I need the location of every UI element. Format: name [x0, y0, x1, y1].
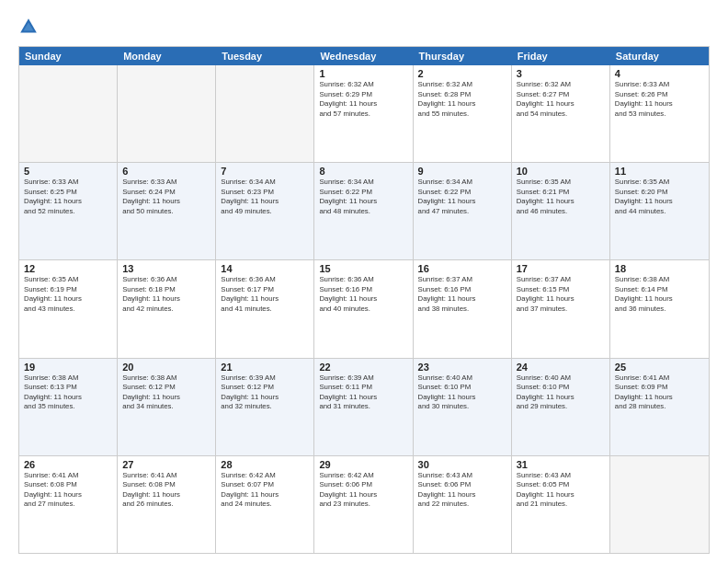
calendar-cell: 26Sunrise: 6:41 AMSunset: 6:08 PMDayligh…: [19, 456, 118, 553]
calendar-cell: [610, 456, 709, 553]
cell-text: Sunset: 6:26 PM: [615, 90, 704, 100]
calendar-cell: 4Sunrise: 6:33 AMSunset: 6:26 PMDaylight…: [610, 65, 709, 162]
calendar-cell: 19Sunrise: 6:38 AMSunset: 6:13 PMDayligh…: [19, 359, 118, 455]
day-number: 10: [517, 166, 605, 177]
cell-text: Sunset: 6:27 PM: [517, 90, 605, 100]
cell-text: and 35 minutes.: [24, 402, 112, 412]
calendar-cell: 15Sunrise: 6:36 AMSunset: 6:16 PMDayligh…: [314, 260, 413, 357]
cell-text: Sunrise: 6:33 AM: [122, 178, 210, 188]
day-number: 18: [615, 263, 704, 274]
logo: [18, 17, 42, 37]
cell-text: Daylight: 11 hours: [517, 99, 605, 109]
cell-text: Daylight: 11 hours: [122, 294, 210, 304]
cell-text: Sunset: 6:29 PM: [319, 90, 407, 100]
cell-text: Daylight: 11 hours: [418, 197, 506, 207]
cell-text: Sunset: 6:19 PM: [24, 285, 112, 295]
cell-text: Sunrise: 6:37 AM: [418, 275, 506, 285]
calendar-cell: 6Sunrise: 6:33 AMSunset: 6:24 PMDaylight…: [118, 163, 216, 259]
cell-text: and 21 minutes.: [517, 500, 605, 510]
cell-text: Daylight: 11 hours: [24, 490, 112, 500]
day-number: 24: [517, 362, 605, 373]
cell-text: Sunset: 6:08 PM: [122, 480, 210, 490]
cell-text: Daylight: 11 hours: [418, 490, 506, 500]
logo-icon: [18, 17, 39, 37]
calendar-cell: 12Sunrise: 6:35 AMSunset: 6:19 PMDayligh…: [19, 260, 118, 357]
cell-text: and 47 minutes.: [418, 207, 506, 217]
calendar-cell: 18Sunrise: 6:38 AMSunset: 6:14 PMDayligh…: [610, 260, 709, 357]
cell-text: Sunset: 6:22 PM: [319, 188, 407, 198]
cell-text: Sunrise: 6:43 AM: [418, 471, 506, 481]
cell-text: Sunrise: 6:34 AM: [221, 178, 309, 188]
cell-text: Sunrise: 6:34 AM: [418, 178, 506, 188]
cell-text: and 44 minutes.: [615, 207, 704, 217]
day-number: 28: [221, 459, 309, 470]
day-number: 4: [615, 68, 704, 79]
calendar-cell: 7Sunrise: 6:34 AMSunset: 6:23 PMDaylight…: [216, 163, 314, 259]
cell-text: Sunrise: 6:32 AM: [418, 80, 506, 90]
cell-text: Daylight: 11 hours: [24, 197, 112, 207]
cell-text: Daylight: 11 hours: [221, 197, 309, 207]
day-number: 13: [122, 263, 210, 274]
calendar-cell: 24Sunrise: 6:40 AMSunset: 6:10 PMDayligh…: [512, 359, 610, 455]
day-number: 8: [319, 166, 407, 177]
cell-text: Sunrise: 6:38 AM: [615, 275, 704, 285]
cell-text: Sunrise: 6:41 AM: [122, 471, 210, 481]
cell-text: Sunset: 6:23 PM: [221, 188, 309, 198]
calendar-cell: [19, 65, 118, 162]
cell-text: Daylight: 11 hours: [418, 393, 506, 403]
cell-text: Daylight: 11 hours: [319, 197, 407, 207]
cell-text: and 42 minutes.: [122, 304, 210, 315]
cell-text: Daylight: 11 hours: [615, 294, 704, 304]
cell-text: and 50 minutes.: [122, 207, 210, 217]
calendar-cell: 14Sunrise: 6:36 AMSunset: 6:17 PMDayligh…: [216, 260, 314, 357]
calendar-row: 12Sunrise: 6:35 AMSunset: 6:19 PMDayligh…: [19, 260, 709, 358]
calendar-cell: 30Sunrise: 6:43 AMSunset: 6:06 PMDayligh…: [414, 456, 512, 553]
cell-text: Sunrise: 6:43 AM: [517, 471, 605, 481]
cell-text: Sunrise: 6:37 AM: [517, 275, 605, 285]
cell-text: Daylight: 11 hours: [319, 99, 407, 109]
cell-text: Sunrise: 6:35 AM: [24, 275, 112, 285]
cell-text: Sunrise: 6:39 AM: [221, 373, 309, 384]
cell-text: Sunset: 6:07 PM: [221, 480, 309, 490]
day-number: 20: [122, 362, 210, 373]
cell-text: and 23 minutes.: [319, 500, 407, 510]
cell-text: Sunrise: 6:32 AM: [319, 80, 407, 90]
day-number: 31: [517, 459, 605, 470]
cell-text: Sunrise: 6:40 AM: [418, 373, 506, 384]
calendar-cell: [216, 65, 314, 162]
cell-text: Sunrise: 6:36 AM: [221, 275, 309, 285]
cell-text: and 57 minutes.: [319, 109, 407, 120]
day-number: 9: [418, 166, 506, 177]
calendar-cell: 22Sunrise: 6:39 AMSunset: 6:11 PMDayligh…: [314, 359, 413, 455]
weekday-header: Friday: [512, 47, 610, 65]
cell-text: Sunset: 6:10 PM: [517, 383, 605, 393]
day-number: 6: [122, 166, 210, 177]
calendar-cell: 1Sunrise: 6:32 AMSunset: 6:29 PMDaylight…: [314, 65, 413, 162]
cell-text: and 22 minutes.: [418, 500, 506, 510]
day-number: 23: [418, 362, 506, 373]
cell-text: and 54 minutes.: [517, 109, 605, 120]
calendar-cell: 20Sunrise: 6:38 AMSunset: 6:12 PMDayligh…: [118, 359, 216, 455]
calendar-cell: 23Sunrise: 6:40 AMSunset: 6:10 PMDayligh…: [414, 359, 512, 455]
cell-text: Sunset: 6:10 PM: [418, 383, 506, 393]
day-number: 2: [418, 68, 506, 79]
cell-text: Daylight: 11 hours: [122, 393, 210, 403]
cell-text: Sunrise: 6:42 AM: [221, 471, 309, 481]
calendar-cell: 3Sunrise: 6:32 AMSunset: 6:27 PMDaylight…: [512, 65, 610, 162]
calendar-cell: [118, 65, 216, 162]
cell-text: and 36 minutes.: [615, 304, 704, 315]
cell-text: and 32 minutes.: [221, 402, 309, 412]
cell-text: Daylight: 11 hours: [122, 490, 210, 500]
cell-text: Sunrise: 6:32 AM: [517, 80, 605, 90]
calendar-header: SundayMondayTuesdayWednesdayThursdayFrid…: [19, 47, 709, 65]
day-number: 12: [24, 263, 112, 274]
cell-text: Sunrise: 6:38 AM: [24, 373, 112, 384]
header: [18, 17, 710, 37]
cell-text: Daylight: 11 hours: [517, 490, 605, 500]
cell-text: Daylight: 11 hours: [517, 393, 605, 403]
day-number: 14: [221, 263, 309, 274]
cell-text: Sunrise: 6:33 AM: [615, 80, 704, 90]
cell-text: Sunset: 6:13 PM: [24, 383, 112, 393]
cell-text: Sunset: 6:14 PM: [615, 285, 704, 295]
day-number: 3: [517, 68, 605, 79]
